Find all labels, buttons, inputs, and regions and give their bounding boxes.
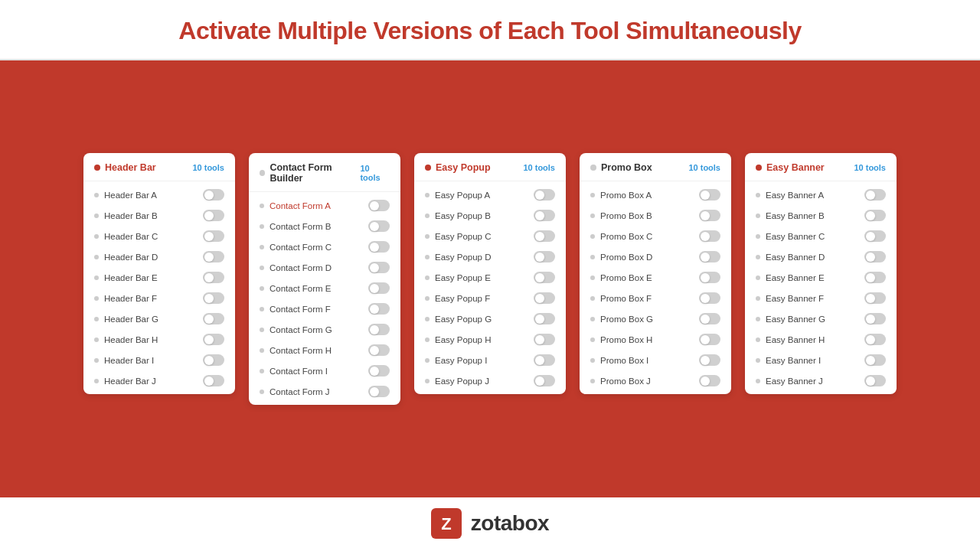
toggle-switch[interactable] xyxy=(699,210,720,221)
toggle-switch[interactable] xyxy=(864,354,886,366)
list-item[interactable]: Contact Form D xyxy=(249,257,400,278)
list-item[interactable]: Easy Banner H xyxy=(745,329,897,350)
toggle-switch[interactable] xyxy=(699,354,720,366)
list-item[interactable]: Contact Form B xyxy=(249,216,400,236)
toggle-switch[interactable] xyxy=(368,303,390,315)
list-item[interactable]: Promo Box H xyxy=(580,329,731,350)
list-item[interactable]: Easy Popup F xyxy=(414,288,566,308)
list-item[interactable]: Easy Banner B xyxy=(745,205,897,226)
toggle-switch[interactable] xyxy=(203,354,224,366)
list-item[interactable]: Contact Form E xyxy=(249,278,400,298)
toggle-switch[interactable] xyxy=(534,354,555,366)
toggle-switch[interactable] xyxy=(534,230,555,242)
list-item[interactable]: Easy Popup C xyxy=(414,226,566,246)
list-item[interactable]: Promo Box G xyxy=(580,308,731,329)
list-item[interactable]: Contact Form J xyxy=(249,381,400,402)
toggle-switch[interactable] xyxy=(699,230,720,242)
list-item[interactable]: Header Bar H xyxy=(83,329,235,350)
list-item[interactable]: Easy Popup G xyxy=(414,308,566,329)
toggle-switch[interactable] xyxy=(203,230,224,242)
list-item[interactable]: Easy Banner J xyxy=(745,370,897,391)
list-item[interactable]: Contact Form F xyxy=(249,298,400,319)
toggle-switch[interactable] xyxy=(699,334,720,345)
toggle-switch[interactable] xyxy=(203,189,224,201)
toggle-switch[interactable] xyxy=(534,251,555,262)
toggle-switch[interactable] xyxy=(699,292,720,304)
list-item[interactable]: Header Bar A xyxy=(83,184,235,205)
list-item[interactable]: Header Bar C xyxy=(83,226,235,246)
toggle-switch[interactable] xyxy=(368,365,390,377)
toggle-switch[interactable] xyxy=(368,282,390,294)
toggle-switch[interactable] xyxy=(534,272,555,283)
toggle-switch[interactable] xyxy=(864,292,886,304)
toggle-switch[interactable] xyxy=(864,189,886,201)
list-item[interactable]: Header Bar B xyxy=(83,205,235,226)
toggle-switch[interactable] xyxy=(203,210,224,221)
list-item[interactable]: Easy Banner C xyxy=(745,226,897,246)
list-item[interactable]: Header Bar E xyxy=(83,267,235,288)
list-item[interactable]: Contact Form H xyxy=(249,340,400,360)
list-item[interactable]: Easy Banner F xyxy=(745,288,897,308)
list-item[interactable]: Promo Box A xyxy=(580,184,731,205)
list-item[interactable]: Easy Popup J xyxy=(414,370,566,391)
list-item[interactable]: Header Bar D xyxy=(83,246,235,267)
list-item[interactable]: Easy Banner I xyxy=(745,350,897,370)
list-item[interactable]: Easy Banner E xyxy=(745,267,897,288)
toggle-switch[interactable] xyxy=(534,375,555,386)
list-item[interactable]: Easy Banner G xyxy=(745,308,897,329)
list-item[interactable]: Promo Box F xyxy=(580,288,731,308)
toggle-switch[interactable] xyxy=(368,262,390,273)
toggle-switch[interactable] xyxy=(368,241,390,253)
toggle-switch[interactable] xyxy=(534,210,555,221)
toggle-switch[interactable] xyxy=(864,375,886,386)
toggle-switch[interactable] xyxy=(534,313,555,324)
list-item[interactable]: Header Bar I xyxy=(83,350,235,370)
toggle-switch[interactable] xyxy=(368,386,390,397)
list-item[interactable]: Easy Popup A xyxy=(414,184,566,205)
list-item[interactable]: Contact Form I xyxy=(249,360,400,381)
list-item[interactable]: Contact Form G xyxy=(249,319,400,340)
list-item[interactable]: Contact Form A xyxy=(249,195,400,216)
toggle-switch[interactable] xyxy=(864,272,886,283)
list-item[interactable]: Easy Popup E xyxy=(414,267,566,288)
list-item[interactable]: Promo Box J xyxy=(580,370,731,391)
toggle-switch[interactable] xyxy=(864,251,886,262)
toggle-switch[interactable] xyxy=(368,220,390,232)
list-item[interactable]: Header Bar G xyxy=(83,308,235,329)
toggle-switch[interactable] xyxy=(203,334,224,345)
toggle-switch[interactable] xyxy=(864,210,886,221)
toggle-switch[interactable] xyxy=(203,272,224,283)
list-item[interactable]: Promo Box E xyxy=(580,267,731,288)
toggle-switch[interactable] xyxy=(864,230,886,242)
toggle-switch[interactable] xyxy=(368,200,390,211)
list-item[interactable]: Easy Popup D xyxy=(414,246,566,267)
toggle-switch[interactable] xyxy=(203,292,224,304)
toggle-switch[interactable] xyxy=(699,251,720,262)
toggle-switch[interactable] xyxy=(534,292,555,304)
list-item[interactable]: Promo Box I xyxy=(580,350,731,370)
toggle-switch[interactable] xyxy=(203,251,224,262)
toggle-switch[interactable] xyxy=(203,375,224,386)
list-item[interactable]: Easy Banner D xyxy=(745,246,897,267)
list-item[interactable]: Header Bar F xyxy=(83,288,235,308)
list-item[interactable]: Promo Box C xyxy=(580,226,731,246)
toggle-switch[interactable] xyxy=(699,189,720,201)
toggle-switch[interactable] xyxy=(534,189,555,201)
toggle-switch[interactable] xyxy=(368,324,390,335)
list-item[interactable]: Easy Popup H xyxy=(414,329,566,350)
toggle-switch[interactable] xyxy=(699,375,720,386)
list-item[interactable]: Promo Box B xyxy=(580,205,731,226)
toggle-switch[interactable] xyxy=(368,344,390,356)
toggle-switch[interactable] xyxy=(864,313,886,324)
toggle-switch[interactable] xyxy=(203,313,224,324)
list-item[interactable]: Promo Box D xyxy=(580,246,731,267)
list-item[interactable]: Contact Form C xyxy=(249,236,400,257)
list-item[interactable]: Easy Banner A xyxy=(745,184,897,205)
toggle-switch[interactable] xyxy=(534,334,555,345)
toggle-switch[interactable] xyxy=(699,272,720,283)
toggle-switch[interactable] xyxy=(864,334,886,345)
list-item[interactable]: Easy Popup I xyxy=(414,350,566,370)
list-item[interactable]: Easy Popup B xyxy=(414,205,566,226)
list-item[interactable]: Header Bar J xyxy=(83,370,235,391)
toggle-switch[interactable] xyxy=(699,313,720,324)
